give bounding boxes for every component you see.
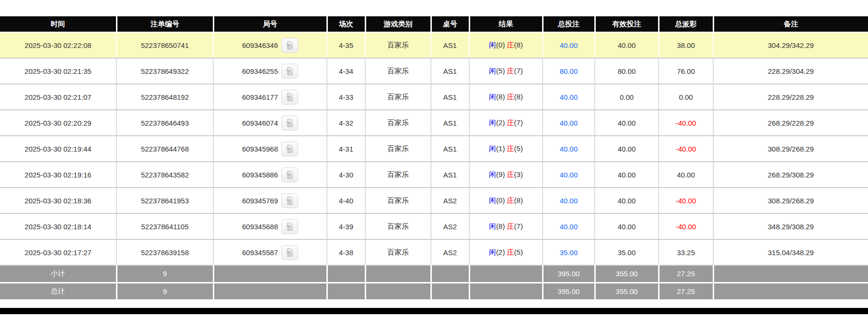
- cell-result: 闲(0) 庄(8): [469, 188, 543, 213]
- round-id-group: 609345688: [242, 219, 298, 234]
- total-bet-link[interactable]: 40.00: [560, 41, 578, 49]
- summary-empty-cell: [327, 283, 365, 300]
- cell-total-payout: 76.00: [659, 58, 713, 84]
- video-replay-icon: [285, 222, 294, 231]
- summary-label: 总计: [0, 283, 116, 300]
- summary-empty-cell: [365, 265, 431, 283]
- video-replay-button[interactable]: [281, 245, 298, 260]
- result-banker-label: 庄: [507, 118, 514, 127]
- cell-result: 闲(8) 庄(8): [469, 84, 543, 110]
- result-player-label: 闲: [489, 248, 496, 256]
- result-banker-value: (7): [514, 67, 523, 75]
- cell-round-id: 609346346: [213, 32, 327, 58]
- video-replay-button[interactable]: [281, 141, 298, 156]
- video-replay-icon: [285, 170, 294, 179]
- video-replay-button[interactable]: [281, 167, 298, 182]
- cell-game-type: 百家乐: [365, 84, 431, 110]
- total-bet-link[interactable]: 80.00: [560, 67, 578, 75]
- cell-time: 2025-03-30 02:18:14: [0, 213, 116, 239]
- cell-session: 4-32: [327, 110, 365, 136]
- cell-total-payout: -40.00: [659, 136, 713, 162]
- summary-empty-cell: [469, 283, 543, 300]
- result-banker-label: 庄: [507, 222, 514, 230]
- summary-empty-cell: [713, 265, 868, 283]
- cell-valid-bet: 40.00: [595, 162, 659, 188]
- cell-game-type: 百家乐: [365, 32, 431, 58]
- video-replay-button[interactable]: [281, 219, 298, 234]
- result-player-label: 闲: [489, 93, 496, 101]
- cell-remark: 268.29/228.29: [713, 110, 868, 136]
- cell-total-bet: 40.00: [543, 162, 595, 188]
- round-id-text: 609345769: [242, 197, 278, 205]
- cell-total-payout: -40.00: [659, 110, 713, 136]
- cell-valid-bet: 40.00: [595, 32, 659, 58]
- video-replay-button[interactable]: [281, 193, 298, 208]
- total-bet-link[interactable]: 40.00: [560, 171, 578, 179]
- round-id-text: 609346074: [242, 119, 278, 127]
- summary-empty-cell: [365, 283, 431, 300]
- column-header-total_bet: 总投注: [543, 16, 595, 32]
- total-bet-link[interactable]: 40.00: [560, 145, 578, 153]
- cell-bet-id: 522378650741: [116, 32, 213, 58]
- cell-bet-id: 522378639158: [116, 239, 213, 265]
- cell-remark: 228.29/304.29: [713, 58, 868, 84]
- cell-time: 2025-03-30 02:21:35: [0, 58, 116, 84]
- cell-valid-bet: 40.00: [595, 136, 659, 162]
- result-banker-value: (5): [514, 248, 523, 256]
- round-id-group: 609345968: [242, 141, 298, 156]
- round-id-text: 609345968: [242, 145, 278, 153]
- table-header: 时间注单编号局号场次游戏类别桌号结果总投注有效投注总派彩备注: [0, 16, 868, 32]
- column-header-valid_bet: 有效投注: [595, 16, 659, 32]
- result-banker-label: 庄: [507, 196, 514, 204]
- round-id-text: 609346346: [242, 41, 278, 49]
- footer-bar: [0, 308, 868, 314]
- round-id-group: 609346074: [242, 116, 298, 130]
- grandtotal-row: 总计9395.00355.0027.25: [0, 283, 868, 300]
- summary-empty-cell: [713, 283, 868, 300]
- video-replay-button[interactable]: [281, 38, 298, 53]
- column-header-result: 结果: [469, 16, 543, 32]
- round-id-group: 609346177: [242, 90, 298, 105]
- cell-valid-bet: 40.00: [595, 188, 659, 213]
- total-bet-link[interactable]: 40.00: [560, 93, 578, 101]
- total-bet-link[interactable]: 35.00: [560, 248, 578, 257]
- cell-total-bet: 40.00: [543, 84, 595, 110]
- cell-table-no: AS2: [431, 188, 469, 213]
- cell-result: 闲(5) 庄(7): [469, 58, 543, 84]
- cell-total-payout: -40.00: [659, 213, 713, 239]
- column-header-session: 场次: [327, 16, 365, 32]
- total-bet-link[interactable]: 40.00: [560, 223, 578, 231]
- total-bet-link[interactable]: 40.00: [560, 119, 578, 127]
- video-replay-button[interactable]: [281, 116, 298, 130]
- table-row: 2025-03-30 02:18:14522378641105609345688…: [0, 213, 868, 239]
- cell-bet-id: 522378648192: [116, 84, 213, 110]
- table-row: 2025-03-30 02:21:35522378649322609346255…: [0, 58, 868, 84]
- column-header-round_id: 局号: [213, 16, 327, 32]
- round-id-group: 609345587: [242, 245, 298, 260]
- video-replay-button[interactable]: [281, 64, 298, 79]
- summary-empty-cell: [213, 283, 327, 300]
- table-row: 2025-03-30 02:19:16522378643582609345886…: [0, 162, 868, 188]
- cell-round-id: 609345968: [213, 136, 327, 162]
- cell-session: 4-40: [327, 188, 365, 213]
- cell-bet-id: 522378641953: [116, 188, 213, 213]
- cell-total-payout: 0.00: [659, 84, 713, 110]
- summary-empty-cell: [431, 265, 469, 283]
- column-header-total_payout: 总派彩: [659, 16, 713, 32]
- cell-remark: 315.04/348.29: [713, 239, 868, 265]
- cell-remark: 228.29/228.29: [713, 84, 868, 110]
- cell-time: 2025-03-30 02:19:16: [0, 162, 116, 188]
- result-banker-label: 庄: [507, 248, 514, 256]
- total-bet-link[interactable]: 40.00: [560, 197, 578, 205]
- cell-total-bet: 80.00: [543, 58, 595, 84]
- cell-round-id: 609345587: [213, 239, 327, 265]
- video-replay-button[interactable]: [281, 90, 298, 105]
- cell-total-payout: 38.00: [659, 32, 713, 58]
- result-banker-label: 庄: [507, 170, 514, 178]
- column-header-time: 时间: [0, 16, 116, 32]
- video-replay-icon: [285, 196, 294, 205]
- cell-time: 2025-03-30 02:20:29: [0, 110, 116, 136]
- cell-result: 闲(8) 庄(7): [469, 213, 543, 239]
- cell-round-id: 609345769: [213, 188, 327, 213]
- result-player-value: (5): [496, 67, 507, 75]
